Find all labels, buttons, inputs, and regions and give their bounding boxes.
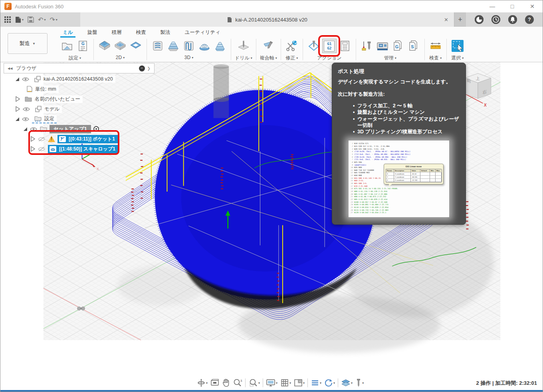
eye-off-icon[interactable]: [38, 147, 46, 152]
zoom-window-button[interactable]: ▾: [248, 378, 260, 387]
stock-display-button[interactable]: ▾: [341, 379, 353, 387]
eye-icon[interactable]: [22, 117, 30, 122]
tab-close-button[interactable]: ✕: [444, 17, 448, 23]
pan-button[interactable]: [222, 378, 230, 387]
tab-fabrication[interactable]: 製法: [161, 29, 170, 37]
group-label-inspect[interactable]: 検査: [429, 55, 439, 61]
zoom-button[interactable]: ±: [233, 378, 242, 387]
minimize-button[interactable]: —: [489, 3, 495, 10]
maximize-button[interactable]: □: [509, 3, 515, 10]
tab-utilities[interactable]: ユーティリティ: [185, 29, 220, 37]
new-tab-button[interactable]: +: [454, 12, 466, 27]
collapsed-icon[interactable]: [31, 146, 35, 152]
browser-row-model[interactable]: モデル: [16, 104, 62, 114]
browser-row-op1[interactable]: [(0:43:11)] ポケット1: [31, 134, 118, 144]
document-tab[interactable]: kai-A.20140205162443508 v20 ✕: [80, 12, 454, 27]
group-label-2d[interactable]: 2D: [116, 55, 122, 60]
drill-button[interactable]: [236, 39, 251, 53]
multiaxis-button[interactable]: [261, 39, 275, 53]
browser-header[interactable]: ◀◀ ブラウザ − ❯: [4, 63, 155, 73]
machine-library-button[interactable]: [375, 39, 390, 53]
post-library-button[interactable]: G: [391, 39, 405, 53]
3d-adaptive-button[interactable]: [151, 39, 165, 53]
3d-pocket-button[interactable]: [166, 39, 180, 53]
job-status-button[interactable]: [491, 15, 500, 24]
op2-chip[interactable]: [(1:48:50)] スキャロップ1: [48, 145, 119, 153]
2d-pocket-button[interactable]: [113, 39, 127, 53]
save-button[interactable]: [28, 16, 34, 23]
group-label-3d[interactable]: 3D: [184, 55, 190, 60]
group-label-multiaxis[interactable]: 複合軸: [260, 55, 274, 61]
group-label-manage[interactable]: 管理: [384, 55, 394, 61]
3d-morph-button[interactable]: [213, 39, 227, 53]
collapsed-icon[interactable]: [16, 106, 20, 112]
nc-program-button[interactable]: [338, 39, 352, 53]
collapse-panel-icon[interactable]: ◀◀: [8, 67, 12, 70]
tab-turning[interactable]: 旋盤: [87, 29, 97, 37]
tab-additive[interactable]: 積層: [112, 29, 122, 37]
tab-mill[interactable]: ミル: [63, 29, 73, 37]
viewport-canvas[interactable]: Y X Z X 上 前 右 ◀◀ ブラウザ − ❯: [0, 62, 543, 390]
tool-display-button[interactable]: ▾: [355, 378, 364, 387]
file-menu-button[interactable]: ▾: [15, 16, 24, 23]
new-setup-button[interactable]: [60, 39, 74, 53]
setup1-chip[interactable]: セットアップ1: [50, 125, 91, 133]
select-button[interactable]: [450, 39, 465, 53]
2d-face-button[interactable]: [97, 39, 112, 53]
browser-row-root[interactable]: kai-A.20140205162443508 v20: [16, 74, 115, 84]
redo-button[interactable]: ↷ ▾: [50, 16, 57, 24]
browser-row-setup1[interactable]: セットアップ1: [24, 124, 99, 134]
setup-sheet-button[interactable]: G: [75, 39, 90, 53]
display-settings-button[interactable]: ▾: [266, 378, 277, 387]
group-label-drill[interactable]: ドリル: [235, 55, 250, 61]
data-panel-button[interactable]: [4, 16, 11, 23]
caret-down-icon: ▾: [276, 381, 277, 385]
browser-row-named-views[interactable]: 名前の付いたビュー: [16, 94, 83, 104]
tool-library-button[interactable]: [360, 39, 374, 53]
setup-active-radio[interactable]: [93, 126, 99, 132]
eye-icon[interactable]: [30, 127, 38, 132]
measure-button[interactable]: [428, 39, 443, 53]
browser-row-op2[interactable]: [(1:48:50)] スキャロップ1: [31, 144, 119, 154]
browser-row-settings[interactable]: 設定: [16, 114, 57, 124]
group-label-setup[interactable]: 設定: [69, 55, 78, 61]
expanded-icon[interactable]: [24, 127, 27, 131]
eye-icon[interactable]: [22, 77, 30, 82]
close-button[interactable]: ✕: [529, 3, 535, 10]
template-library-button[interactable]: S: [406, 39, 421, 53]
group-label-actions[interactable]: アクション: [317, 55, 341, 61]
expanded-icon[interactable]: [16, 117, 19, 121]
3d-scallop-button[interactable]: [197, 39, 212, 53]
eye-icon[interactable]: [22, 107, 30, 112]
gcode-line: 3N20 G31 G90 X+51. Y+51. Z+0.: [350, 148, 448, 151]
2d-contour-button[interactable]: [129, 39, 143, 53]
grid-snaps-button[interactable]: ▾: [280, 378, 291, 387]
viewports-button[interactable]: ▾: [294, 378, 305, 387]
modify-button[interactable]: [285, 39, 299, 53]
ribbon-toolbar: G 設定▾ 2D▾: [56, 38, 543, 61]
notifications-button[interactable]: [508, 15, 517, 24]
look-at-button[interactable]: [210, 379, 219, 387]
help-button[interactable]: ?: [525, 15, 534, 24]
group-label-modify[interactable]: 修正: [285, 55, 295, 61]
group-label-select[interactable]: 選択: [451, 55, 461, 61]
workspace-selector[interactable]: 製造 ▼: [8, 33, 48, 54]
toolpath-display-button[interactable]: ▾: [311, 379, 321, 387]
collapsed-icon[interactable]: [31, 136, 35, 142]
group-manage: G S 管理▾: [356, 38, 424, 61]
panel-resize-icon[interactable]: ❯: [147, 66, 151, 71]
panel-minus-button[interactable]: −: [139, 65, 145, 71]
orbit-button[interactable]: ▾: [197, 378, 208, 387]
eye-off-icon[interactable]: [38, 137, 46, 142]
extensions-button[interactable]: [475, 15, 484, 24]
simulate-button[interactable]: [307, 39, 321, 53]
expanded-icon[interactable]: [16, 77, 19, 81]
tab-inspection[interactable]: 検査: [136, 29, 146, 37]
op1-chip[interactable]: [(0:43:11)] ポケット1: [57, 135, 118, 143]
undo-button[interactable]: ↶ ▾: [38, 16, 46, 24]
collapsed-icon[interactable]: [16, 96, 20, 102]
browser-row-units[interactable]: 単位: mm: [24, 84, 59, 94]
regenerate-button[interactable]: ▾: [324, 378, 335, 387]
3d-parallel-button[interactable]: [182, 39, 196, 53]
post-process-button[interactable]: G1 G2: [322, 39, 337, 53]
